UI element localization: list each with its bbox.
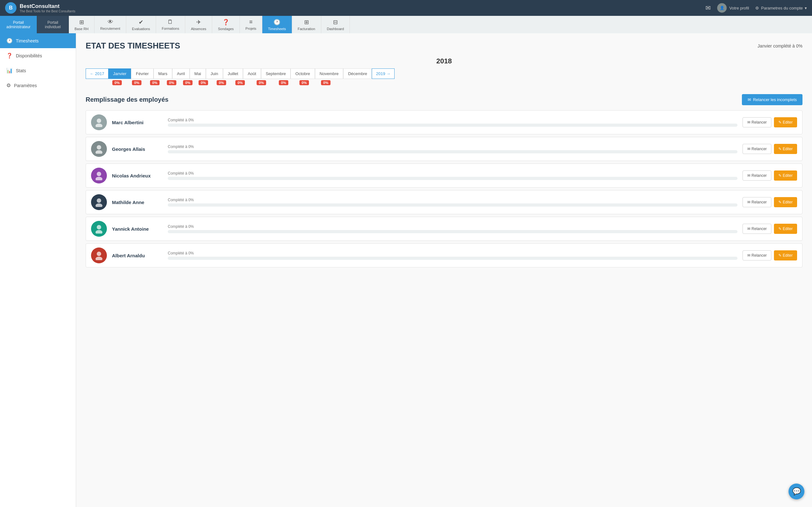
editer-btn-4[interactable]: ✎ Editer — [774, 197, 797, 207]
months-row: ← 2017 Janvier Février Mars Avril Mai Ju… — [86, 68, 803, 79]
month-btn-juin[interactable]: Juin — [206, 68, 223, 79]
badge-wrap-octobre: 0% — [274, 80, 293, 85]
portal-tab-indiv[interactable]: Portailindividuel — [37, 16, 69, 33]
sidebar-label-parametres: Paramètres — [14, 83, 37, 88]
progress-bar-bg-2 — [168, 150, 738, 153]
relancer-btn-2[interactable]: ✉ Relancer — [743, 144, 771, 154]
badge-mai: 0% — [183, 80, 193, 85]
editer-btn-5[interactable]: ✎ Editer — [774, 224, 797, 234]
relancer-btn-3[interactable]: ✉ Relancer — [743, 170, 771, 181]
badge-janvier: 0% — [112, 80, 122, 85]
nav-item-absences[interactable]: ✈ Absences — [185, 16, 212, 33]
month-btn-decembre[interactable]: Décembre — [343, 68, 372, 79]
page-header: ETAT DES TIMESHEETS Janvier complété à 0… — [86, 41, 803, 51]
relancer-btn-5[interactable]: ✉ Relancer — [743, 224, 771, 234]
relancer-all-button[interactable]: ✉ Relancer les incomplets — [742, 94, 803, 105]
nav-item-dashboard[interactable]: ⊟ Dashboard — [321, 16, 350, 33]
year-section: 2018 — [86, 57, 803, 65]
sidebar-item-stats[interactable]: 📊 Stats — [0, 63, 76, 78]
month-btn-juillet[interactable]: Juillet — [223, 68, 243, 79]
month-btn-fevrier[interactable]: Février — [131, 68, 153, 79]
nav-item-evaluations[interactable]: ✔ Evaluations — [126, 16, 156, 33]
badge-wrap-decembre: 0% — [315, 80, 336, 85]
completion-status: Janvier complété à 0% — [757, 43, 803, 49]
employee-row-4: Mathilde Anne Complété à 0% ✉ Relancer ✎… — [86, 190, 803, 214]
sidebar-item-disponibilites[interactable]: ❓ Disponibilités — [0, 48, 76, 63]
nav-item-projets[interactable]: ≡ Projets — [240, 16, 262, 33]
nav-item-base-rh[interactable]: ⊞ Base RH — [69, 16, 95, 33]
employee-row-2: Georges Allais Complété à 0% ✉ Relancer … — [86, 137, 803, 161]
month-btn-aout[interactable]: Août — [243, 68, 261, 79]
next-year-btn[interactable]: 2019 → — [372, 68, 395, 79]
progress-bar-bg-5 — [168, 230, 738, 233]
profile-avatar: 👤 — [717, 3, 727, 13]
emp-progress-5: Complété à 0% — [168, 224, 738, 233]
nav-label-sondages: Sondages — [218, 27, 234, 31]
prev-year-btn[interactable]: ← 2017 — [86, 68, 108, 79]
svg-point-3 — [96, 150, 102, 154]
sidebar-item-parametres[interactable]: ⚙ Paramètres — [0, 78, 76, 93]
month-btn-mai[interactable]: Mai — [190, 68, 206, 79]
emp-status-5: Complété à 0% — [168, 224, 738, 229]
nav-item-timesheets[interactable]: 🕐 Timesheets — [262, 16, 292, 33]
projets-icon: ≡ — [249, 19, 253, 25]
month-btn-mars[interactable]: Mars — [154, 68, 172, 79]
timesheets-sidebar-icon: 🕐 — [6, 38, 13, 44]
main-content: ETAT DES TIMESHEETS Janvier complété à 0… — [76, 33, 812, 507]
editer-btn-3[interactable]: ✎ Editer — [774, 170, 797, 181]
nav-label-recrutement: Recrutement — [100, 26, 120, 31]
editer-btn-1[interactable]: ✎ Editer — [774, 117, 797, 127]
chat-bubble[interactable]: 💬 — [789, 484, 804, 499]
evaluations-icon: ✔ — [139, 19, 143, 26]
nav-item-facturation[interactable]: ⊞ Facturation — [292, 16, 321, 33]
month-btn-octobre[interactable]: Octobre — [291, 68, 315, 79]
emp-name-4: Mathilde Anne — [112, 200, 163, 205]
portal-tab-admin[interactable]: Portailadministrateur — [0, 16, 37, 33]
nav-item-sondages[interactable]: ❓ Sondages — [212, 16, 240, 33]
emp-avatar-4 — [91, 194, 107, 210]
params-area[interactable]: ⚙ Parametres du compte ▾ — [755, 6, 807, 10]
relancer-btn-6[interactable]: ✉ Relancer — [743, 250, 771, 261]
chevron-down-icon: ▾ — [805, 6, 807, 10]
sidebar-item-timesheets[interactable]: 🕐 Timesheets — [0, 33, 76, 48]
badge-avril: 0% — [167, 80, 176, 85]
month-btn-janvier[interactable]: Janvier — [108, 68, 131, 79]
nav-item-formations[interactable]: 🗒 Formations — [156, 16, 185, 33]
progress-bar-bg-6 — [168, 257, 738, 260]
emp-avatar-3 — [91, 168, 107, 183]
month-btn-novembre[interactable]: Novembre — [315, 68, 344, 79]
nav-label-projets: Projets — [246, 26, 256, 31]
mail-icon[interactable]: ✉ — [705, 4, 711, 12]
formations-icon: 🗒 — [167, 19, 173, 25]
nav-item-recrutement[interactable]: 👁 Recrutement — [95, 16, 126, 33]
employee-row-5: Yannick Antoine Complété à 0% ✉ Relancer… — [86, 217, 803, 241]
emp-actions-3: ✉ Relancer ✎ Editer — [743, 170, 797, 181]
month-btn-septembre[interactable]: Septembre — [261, 68, 291, 79]
svg-point-9 — [96, 230, 102, 233]
badge-wrap-avril: 0% — [163, 80, 180, 85]
relancer-btn-4[interactable]: ✉ Relancer — [743, 197, 771, 207]
sondages-icon: ❓ — [222, 19, 229, 26]
absences-icon: ✈ — [196, 19, 201, 26]
badge-mars: 0% — [150, 80, 159, 85]
recrutement-icon: 👁 — [107, 19, 113, 25]
emp-avatar-5 — [91, 221, 107, 237]
profile-area[interactable]: 👤 Votre profil — [717, 3, 749, 13]
emp-progress-2: Complété à 0% — [168, 145, 738, 153]
editer-btn-6[interactable]: ✎ Editer — [774, 250, 797, 261]
nav-label-dashboard: Dashboard — [327, 27, 344, 31]
logo-area: B BestConsultant The Best Tools for the … — [5, 2, 75, 14]
month-btn-avril[interactable]: Avril — [172, 68, 190, 79]
relancer-btn-1[interactable]: ✉ Relancer — [743, 117, 771, 127]
svg-point-0 — [97, 118, 101, 123]
portal-tabs: Portailadministrateur Portailindividuel — [0, 16, 69, 33]
section-header: Remplissage des employés ✉ Relancer les … — [86, 94, 803, 105]
editer-btn-2[interactable]: ✎ Editer — [774, 144, 797, 154]
emp-actions-6: ✉ Relancer ✎ Editer — [743, 250, 797, 261]
nav-label-formations: Formations — [162, 26, 179, 31]
nav-label-evaluations: Evaluations — [132, 27, 150, 31]
year-label: 2018 — [86, 57, 803, 65]
logo-text: BestConsultant The Best Tools for the Be… — [20, 3, 75, 13]
badge-wrap-aout: 0% — [232, 80, 249, 85]
emp-name-2: Georges Allais — [112, 147, 163, 152]
